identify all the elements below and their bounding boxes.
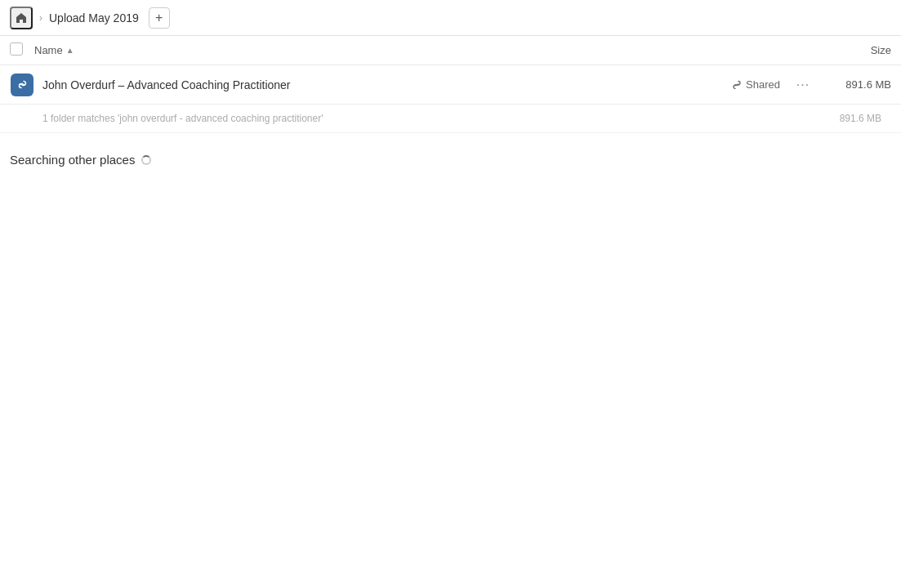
row-icon-area	[10, 74, 34, 96]
home-button[interactable]	[10, 7, 33, 29]
shared-badge: Shared	[731, 78, 780, 91]
select-all-checkbox-area[interactable]	[10, 42, 34, 58]
size-column-header[interactable]: Size	[810, 44, 891, 56]
name-column-header[interactable]: Name ▲	[34, 44, 810, 56]
shared-link-icon	[731, 79, 743, 91]
more-options-button[interactable]: ···	[793, 75, 813, 95]
more-dots-icon: ···	[796, 78, 810, 92]
breadcrumb-title: Upload May 2019	[49, 11, 139, 24]
breadcrumb-header: › Upload May 2019 +	[0, 0, 901, 36]
breadcrumb-chevron-icon: ›	[39, 12, 42, 24]
folder-link-icon	[11, 74, 33, 96]
result-folder-name: John Overdurf – Advanced Coaching Practi…	[42, 78, 731, 91]
link-icon	[16, 78, 29, 91]
shared-label: Shared	[746, 78, 780, 91]
match-info-bar: 1 folder matches 'john overdurf - advanc…	[0, 105, 901, 133]
searching-label: Searching other places	[10, 153, 891, 167]
sort-arrow-icon: ▲	[66, 46, 74, 55]
column-headers: Name ▲ Size	[0, 36, 901, 65]
size-column-label: Size	[871, 44, 891, 56]
searching-section: Searching other places	[0, 133, 901, 180]
loading-spinner	[141, 155, 151, 165]
searching-label-text: Searching other places	[10, 153, 135, 167]
match-info-size: 891.6 MB	[840, 113, 891, 124]
select-all-checkbox[interactable]	[10, 42, 23, 56]
match-info-text: 1 folder matches 'john overdurf - advanc…	[42, 113, 323, 124]
result-size: 891.6 MB	[826, 78, 891, 91]
result-row[interactable]: John Overdurf – Advanced Coaching Practi…	[0, 65, 901, 105]
home-icon	[15, 11, 28, 24]
name-column-label: Name	[34, 44, 63, 56]
add-button[interactable]: +	[149, 7, 170, 29]
result-meta: Shared ··· 891.6 MB	[731, 75, 891, 95]
